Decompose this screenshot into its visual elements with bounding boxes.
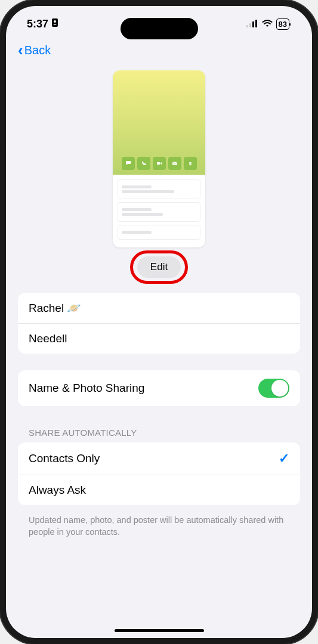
- name-photo-sharing-row: Name & Photo Sharing: [18, 370, 300, 406]
- share-auto-header: SHARE AUTOMATICALLY: [18, 423, 300, 442]
- status-time: 5:37: [27, 18, 48, 30]
- contacts-only-label: Contacts Only: [29, 452, 100, 465]
- last-name-value: Needell: [29, 332, 67, 345]
- svg-rect-5: [255, 20, 257, 27]
- home-indicator[interactable]: [115, 629, 204, 632]
- message-icon: [122, 157, 135, 170]
- wifi-icon: [262, 18, 273, 30]
- edit-label: Edit: [150, 261, 168, 273]
- pay-icon: $: [184, 157, 197, 170]
- edit-button[interactable]: Edit: [137, 256, 181, 278]
- always-ask-label: Always Ask: [29, 484, 86, 497]
- back-button[interactable]: ‹ Back: [18, 41, 300, 60]
- cellular-signal-icon: [246, 18, 258, 30]
- svg-point-1: [54, 20, 56, 23]
- contact-card-icon: [51, 18, 59, 30]
- option-always-ask[interactable]: Always Ask: [18, 475, 300, 505]
- share-auto-footer: Updated name, photo, and poster will be …: [18, 510, 300, 543]
- option-contacts-only[interactable]: Contacts Only ✓: [18, 442, 300, 475]
- call-icon: [137, 157, 150, 170]
- video-icon: [153, 157, 166, 170]
- svg-text:$: $: [189, 161, 192, 166]
- mail-icon: [168, 157, 181, 170]
- checkmark-icon: ✓: [279, 451, 289, 466]
- dynamic-island: [121, 18, 198, 39]
- back-label: Back: [24, 44, 51, 57]
- chevron-left-icon: ‹: [18, 41, 23, 60]
- first-name-field[interactable]: Rachel 🪐: [18, 293, 300, 323]
- svg-rect-7: [157, 162, 160, 165]
- battery-icon: 83: [276, 18, 291, 30]
- svg-rect-6: [289, 23, 291, 26]
- sharing-label: Name & Photo Sharing: [29, 382, 144, 395]
- first-name-value: Rachel 🪐: [29, 301, 81, 315]
- svg-rect-3: [249, 23, 251, 27]
- sharing-toggle[interactable]: [258, 379, 289, 398]
- contact-poster-preview[interactable]: $: [18, 70, 300, 247]
- svg-rect-4: [252, 21, 254, 27]
- last-name-field[interactable]: Needell: [18, 323, 300, 354]
- svg-rect-2: [246, 25, 248, 27]
